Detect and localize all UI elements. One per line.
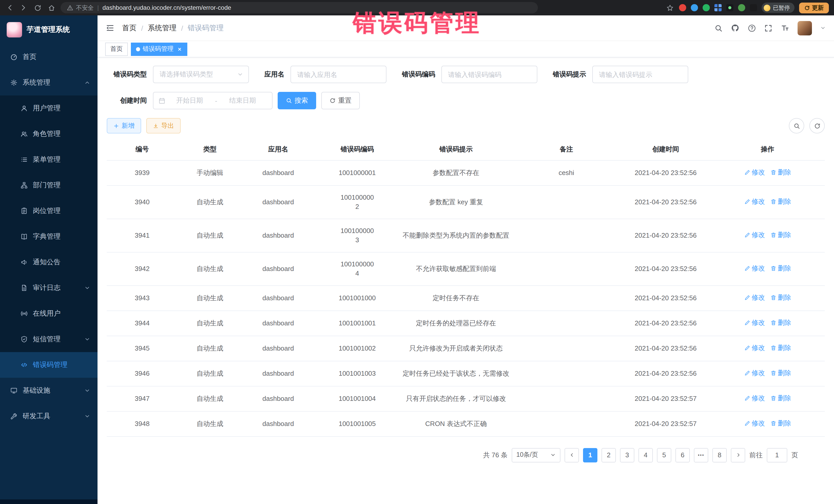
extension-icon[interactable]: [715, 4, 722, 11]
url-text[interactable]: dashboard.yudao.iocoder.cn/system/error-…: [103, 4, 231, 11]
chevron-down-icon: [237, 71, 243, 78]
font-size-icon[interactable]: [781, 24, 789, 32]
page-button-5[interactable]: 5: [657, 448, 671, 462]
edit-button[interactable]: 修改: [744, 197, 765, 206]
sidebar-item-error-code[interactable]: 错误码管理: [0, 352, 97, 378]
page-button-3[interactable]: 3: [620, 448, 634, 462]
edit-button[interactable]: 修改: [744, 368, 765, 377]
delete-button[interactable]: 删除: [770, 230, 791, 239]
extension-icon[interactable]: [691, 4, 698, 11]
extension-icon[interactable]: [738, 4, 745, 11]
column-header-actions: 操作: [710, 138, 825, 160]
help-icon[interactable]: [748, 24, 756, 32]
page-button-6[interactable]: 6: [675, 448, 690, 462]
delete-button[interactable]: 删除: [770, 264, 791, 273]
github-icon[interactable]: [731, 24, 740, 32]
sidebar-item-online-users[interactable]: 在线用户: [0, 301, 97, 326]
search-button[interactable]: 搜索: [278, 92, 316, 109]
prev-page-button[interactable]: [565, 448, 579, 462]
next-page-button[interactable]: [731, 448, 745, 462]
reload-icon[interactable]: [33, 3, 42, 12]
error-code-input[interactable]: [441, 66, 537, 83]
id-badge-icon: [21, 207, 28, 215]
error-message-input[interactable]: [592, 66, 688, 83]
sidebar-item-audit-log[interactable]: 审计日志: [0, 275, 97, 301]
update-button[interactable]: 更新: [799, 2, 829, 13]
page-size-select[interactable]: 10条/页: [512, 448, 561, 462]
delete-button[interactable]: 删除: [770, 168, 791, 177]
page-button-1[interactable]: 1: [583, 448, 597, 462]
breadcrumb-item[interactable]: 系统管理: [148, 23, 177, 32]
edit-button[interactable]: 修改: [744, 318, 765, 327]
page-button-4[interactable]: 4: [638, 448, 653, 462]
fullscreen-icon[interactable]: [764, 24, 772, 32]
home-icon[interactable]: [47, 3, 56, 12]
start-date-placeholder: 开始日期: [165, 96, 214, 105]
page-button-2[interactable]: 2: [601, 448, 616, 462]
sidebar-item-dept-management[interactable]: 部门管理: [0, 172, 97, 198]
forward-icon[interactable]: [19, 3, 28, 12]
hamburger-icon[interactable]: [106, 24, 114, 32]
search-icon[interactable]: [715, 24, 723, 32]
edit-button[interactable]: 修改: [744, 264, 765, 273]
chevron-down-icon[interactable]: [820, 25, 826, 31]
chevron-down-icon: [84, 336, 90, 342]
goto-page-input[interactable]: [767, 448, 787, 462]
pencil-icon: [744, 265, 750, 271]
toggle-search-button[interactable]: [789, 118, 804, 133]
edit-button[interactable]: 修改: [744, 393, 765, 403]
back-icon[interactable]: [5, 3, 14, 12]
delete-button[interactable]: 删除: [770, 318, 791, 327]
sidebar-item-notice[interactable]: 通知公告: [0, 249, 97, 275]
goto-label: 前往: [749, 451, 763, 460]
delete-button[interactable]: 删除: [770, 197, 791, 206]
edit-button[interactable]: 修改: [744, 168, 765, 177]
reset-button[interactable]: 重置: [321, 92, 360, 109]
page-content: 错误码类型 请选择错误码类型 应用名 错误码编码: [97, 58, 834, 504]
avatar[interactable]: [797, 21, 812, 35]
sidebar-item-dev-tools[interactable]: 研发工具: [0, 403, 97, 429]
sidebar-item-home[interactable]: 首页: [0, 44, 97, 70]
sidebar-item-role-management[interactable]: 角色管理: [0, 121, 97, 147]
extension-icon[interactable]: [703, 4, 710, 11]
delete-button[interactable]: 删除: [770, 419, 791, 428]
sidebar-item-user-management[interactable]: 用户管理: [0, 95, 97, 121]
sidebar-item-system-management[interactable]: 系统管理: [0, 70, 97, 95]
more-pages-button[interactable]: •••: [694, 448, 708, 462]
edit-button[interactable]: 修改: [744, 293, 765, 302]
sidebar-item-menu-management[interactable]: 菜单管理: [0, 147, 97, 172]
sidebar-item-infrastructure[interactable]: 基础设施: [0, 378, 97, 403]
breadcrumb-item[interactable]: 首页: [122, 23, 136, 32]
tab-home[interactable]: 首页: [105, 42, 128, 56]
update-label: 更新: [812, 4, 824, 12]
create-time-range-picker[interactable]: 开始日期 - 结束日期: [153, 92, 272, 109]
tab-error-code[interactable]: 错误码管理: [131, 42, 187, 56]
trash-icon: [770, 198, 776, 204]
bookmark-star-icon[interactable]: [665, 3, 674, 12]
trash-icon: [770, 420, 776, 426]
edit-button[interactable]: 修改: [744, 343, 765, 352]
delete-button[interactable]: 删除: [770, 368, 791, 377]
edit-button[interactable]: 修改: [744, 230, 765, 239]
refresh-table-button[interactable]: [809, 118, 825, 133]
sidebar-logo[interactable]: 芋道管理系统: [0, 15, 97, 44]
error-type-select[interactable]: 请选择错误码类型: [153, 66, 249, 83]
paused-badge[interactable]: 已暂停: [762, 3, 794, 13]
add-button[interactable]: 新增: [107, 118, 141, 133]
extension-icon[interactable]: [726, 4, 733, 11]
export-button[interactable]: 导出: [146, 118, 181, 133]
delete-button[interactable]: 删除: [770, 293, 791, 302]
security-status[interactable]: 不安全: [67, 4, 94, 12]
sidebar-item-sms-management[interactable]: 短信管理: [0, 326, 97, 352]
close-icon[interactable]: [177, 46, 182, 51]
extension-icon[interactable]: [679, 4, 686, 11]
sidebar-item-dict-management[interactable]: 字典管理: [0, 224, 97, 249]
delete-button[interactable]: 删除: [770, 393, 791, 403]
pin-extension-icon[interactable]: [750, 4, 757, 11]
users-icon: [21, 130, 28, 137]
edit-button[interactable]: 修改: [744, 419, 765, 428]
delete-button[interactable]: 删除: [770, 343, 791, 352]
page-button-8[interactable]: 8: [712, 448, 727, 462]
sidebar-item-post-management[interactable]: 岗位管理: [0, 198, 97, 224]
app-name-input[interactable]: [290, 66, 387, 83]
